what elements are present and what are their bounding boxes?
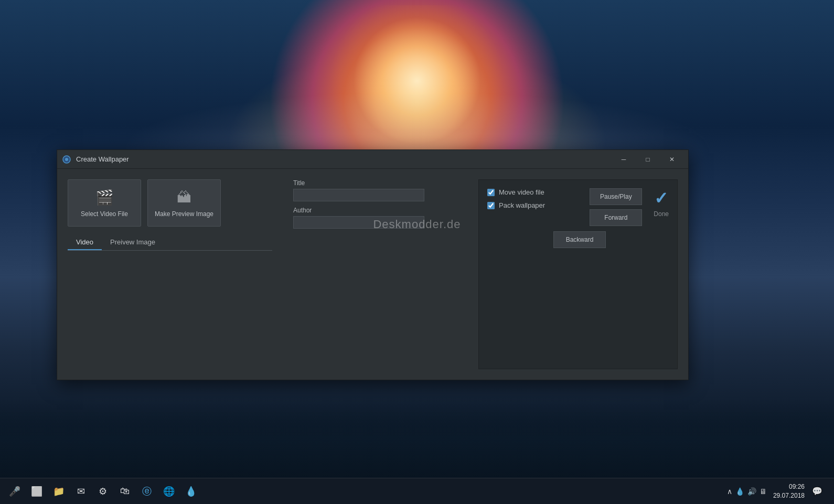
middle-panel: Title Author [283, 169, 468, 380]
title-label: Title [293, 179, 457, 187]
preview-image-label: Make Preview Image [155, 210, 213, 218]
select-video-label: Select Video File [81, 210, 128, 218]
taskbar-task-view[interactable]: ⬜ [26, 481, 47, 502]
taskbar-store[interactable]: 🛍 [114, 481, 135, 502]
clock-date: 29.07.2018 [773, 491, 805, 500]
maximize-button[interactable]: □ [636, 150, 660, 169]
taskbar-right: ∧ 💧 🔊 🖥 09:26 29.07.2018 💬 [727, 481, 834, 502]
close-button[interactable]: ✕ [660, 150, 684, 169]
video-icon: 🎬 [95, 189, 114, 206]
notification-chevron-icon[interactable]: ∧ [727, 487, 732, 496]
taskbar-clock[interactable]: 09:26 29.07.2018 [773, 482, 805, 500]
backward-button[interactable]: Backward [553, 231, 606, 248]
display-icon[interactable]: 🖥 [760, 487, 767, 496]
svg-point-1 [65, 158, 68, 161]
options-area: Move video file Pack wallpaper Pause/Pla… [478, 179, 678, 369]
taskbar-microphone[interactable]: 🎤 [4, 481, 25, 502]
taskbar-edge[interactable]: ⓔ [136, 481, 157, 502]
options-row: Move video file Pack wallpaper Pause/Pla… [487, 188, 669, 226]
taskbar-drop-app[interactable]: 💧 [180, 481, 201, 502]
author-group: Author [293, 207, 457, 229]
create-wallpaper-dialog: Create Wallpaper ─ □ ✕ 🎬 Select Video Fi… [57, 149, 689, 380]
author-input[interactable] [293, 216, 424, 229]
left-panel: 🎬 Select Video File 🏔 Make Preview Image… [57, 169, 283, 380]
select-video-button[interactable]: 🎬 Select Video File [68, 179, 141, 227]
app-icon [61, 154, 72, 165]
action-center-icon[interactable]: 💬 [807, 481, 828, 502]
pack-wallpaper-label: Pack wallpaper [499, 201, 545, 209]
minimize-button[interactable]: ─ [612, 150, 636, 169]
pack-wallpaper-checkbox-item[interactable]: Pack wallpaper [487, 201, 584, 209]
tab-video[interactable]: Video [68, 235, 102, 250]
titlebar-buttons: ─ □ ✕ [612, 150, 684, 169]
done-label: Done [654, 210, 669, 218]
buttons-section: Pause/Play Forward [590, 188, 642, 226]
taskbar: 🎤 ⬜ 📁 ✉ ⚙ 🛍 ⓔ 🌐 💧 ∧ 💧 🔊 🖥 09:26 29.07.20… [0, 478, 834, 504]
dialog-title: Create Wallpaper [76, 155, 612, 163]
network-icon[interactable]: 💧 [735, 487, 744, 496]
taskbar-left: 🎤 ⬜ 📁 ✉ ⚙ 🛍 ⓔ 🌐 💧 [0, 481, 201, 502]
file-buttons: 🎬 Select Video File 🏔 Make Preview Image [68, 179, 272, 227]
titlebar: Create Wallpaper ─ □ ✕ [57, 150, 688, 169]
move-video-label: Move video file [499, 188, 544, 196]
tab-preview-image[interactable]: Preivew Image [102, 235, 164, 250]
dialog-content: 🎬 Select Video File 🏔 Make Preview Image… [57, 169, 688, 380]
taskbar-file-explorer[interactable]: 📁 [48, 481, 69, 502]
move-video-checkbox[interactable] [487, 189, 495, 196]
author-label: Author [293, 207, 457, 214]
pause-play-button[interactable]: Pause/Play [590, 188, 642, 205]
taskbar-mail[interactable]: ✉ [70, 481, 91, 502]
make-preview-image-button[interactable]: 🏔 Make Preview Image [147, 179, 221, 227]
volume-icon[interactable]: 🔊 [747, 487, 756, 496]
taskbar-browser[interactable]: 🌐 [158, 481, 179, 502]
taskbar-sys-icons: ∧ 💧 🔊 🖥 [727, 487, 767, 496]
title-group: Title [293, 179, 457, 201]
image-icon: 🏔 [177, 189, 191, 206]
taskbar-settings[interactable]: ⚙ [92, 481, 113, 502]
title-input[interactable] [293, 189, 424, 201]
tabs: Video Preivew Image [68, 235, 272, 251]
done-checkmark-icon: ✓ [654, 188, 668, 208]
checkbox-section: Move video file Pack wallpaper [487, 188, 584, 209]
move-video-checkbox-item[interactable]: Move video file [487, 188, 584, 196]
backward-row: Backward [487, 231, 669, 248]
done-section: ✓ Done [647, 188, 669, 218]
forward-button[interactable]: Forward [590, 209, 642, 226]
clock-time: 09:26 [773, 482, 805, 491]
pack-wallpaper-checkbox[interactable] [487, 202, 495, 209]
right-panel: Move video file Pack wallpaper Pause/Pla… [468, 169, 688, 380]
